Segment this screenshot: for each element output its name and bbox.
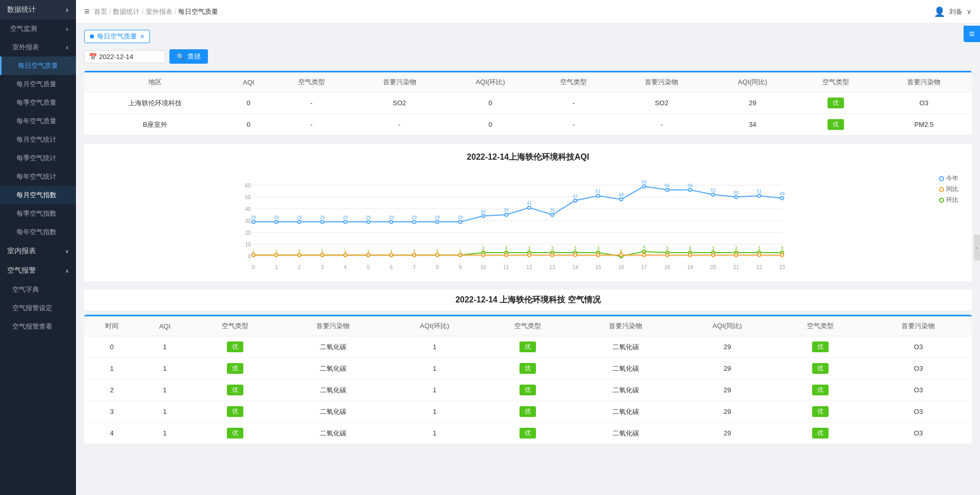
- svg-point-132: [781, 254, 784, 257]
- badge-good: 优: [520, 363, 536, 374]
- sidebar-item-monthly-air-index[interactable]: 每月空气指数: [0, 186, 76, 204]
- detail-table-cell: 优: [190, 379, 280, 401]
- sidebar-section-air-alarm[interactable]: 空气报警 ∧: [0, 261, 76, 280]
- date-input-wrapper[interactable]: 📅: [84, 50, 165, 63]
- detail-table-cell: O3: [865, 336, 972, 358]
- calendar-icon: 📅: [89, 53, 97, 61]
- svg-text:1: 1: [643, 249, 645, 254]
- svg-point-128: [735, 254, 738, 257]
- breadcrumb-outdoor-report[interactable]: 室外报表: [146, 7, 172, 16]
- sidebar-item-monthly-air-quality[interactable]: 每月空气质量: [0, 75, 76, 93]
- tab-close-button[interactable]: ×: [140, 32, 144, 41]
- sidebar-item-alarm-view[interactable]: 空气报警查看: [0, 317, 76, 336]
- detail-table-cell: 二氧化碳: [572, 379, 679, 401]
- sidebar-item-yearly-air-stats[interactable]: 每年空气统计: [0, 167, 76, 186]
- svg-text:34: 34: [481, 209, 486, 214]
- sidebar-item-yearly-air-quality[interactable]: 每年空气质量: [0, 112, 76, 130]
- svg-text:56: 56: [665, 183, 670, 188]
- detail-table-cell: 3: [84, 401, 140, 423]
- active-tab[interactable]: 每日空气质量 ×: [84, 30, 150, 43]
- sidebar: 数据统计 ∧ 空气监测 ∧ 室外报表 ∧ 每日空气质量 每月空气质量 每季空气质…: [0, 0, 76, 495]
- tab-label: 每日空气质量: [97, 32, 137, 41]
- detail-table-cell: 1: [140, 336, 190, 358]
- svg-text:1: 1: [758, 249, 760, 254]
- sidebar-item-air-monitor[interactable]: 空气监测 ∧: [0, 20, 76, 38]
- detail-table-cell: O3: [865, 401, 972, 423]
- svg-text:51: 51: [757, 188, 762, 194]
- svg-text:1: 1: [275, 249, 278, 254]
- top-right-icon[interactable]: ≡: [964, 26, 980, 42]
- detail-table-cell: 优: [190, 401, 280, 423]
- tab-dot: [90, 34, 94, 39]
- sidebar-section-indoor-report[interactable]: 室内报表 ∨: [0, 241, 76, 261]
- sidebar-item-air-dictionary[interactable]: 空气字典: [0, 280, 76, 299]
- detail-table-cell: 二氧化碳: [572, 336, 679, 358]
- sidebar-item-yearly-air-index[interactable]: 每年空气指数: [0, 223, 76, 241]
- detail-table-cell: 1: [140, 379, 190, 401]
- sidebar-section-data-stats[interactable]: 数据统计 ∧: [0, 0, 76, 20]
- svg-point-98: [390, 254, 393, 257]
- chevron-icon: ∧: [65, 45, 69, 50]
- col-header-air-type-3: 空气类型: [796, 72, 876, 92]
- chart-section: 2022-12-14上海轶伦环境科技AQI 010203040506001234…: [84, 144, 972, 281]
- svg-text:1: 1: [712, 249, 715, 254]
- aqi-chart-svg: 0102030405060012345678910111213141516171…: [92, 169, 964, 272]
- detail-table-cell: 4: [84, 423, 140, 444]
- detail-table-cell: 优: [775, 379, 865, 401]
- breadcrumb-home[interactable]: 首页: [94, 7, 107, 16]
- sidebar-item-seasonal-air-index[interactable]: 每季空气指数: [0, 204, 76, 223]
- sidebar-section-label: 室内报表: [7, 246, 36, 256]
- summary-table-cell: 0: [226, 114, 271, 136]
- summary-table-cell: PM2.5: [876, 114, 972, 136]
- collapse-handle[interactable]: ‹: [974, 235, 980, 260]
- summary-table-cell: -: [271, 92, 351, 114]
- date-input[interactable]: [99, 53, 161, 61]
- search-button[interactable]: 🔍 查拯: [169, 49, 208, 64]
- svg-text:60: 60: [245, 183, 251, 188]
- sidebar-section-label: 数据统计: [7, 5, 36, 14]
- badge-good: 优: [812, 341, 829, 352]
- svg-text:29: 29: [320, 215, 325, 220]
- svg-text:15: 15: [595, 264, 602, 270]
- svg-point-130: [758, 254, 761, 257]
- svg-text:4: 4: [344, 264, 347, 270]
- user-avatar-icon: 👤: [934, 6, 945, 17]
- svg-text:13: 13: [549, 264, 555, 270]
- sidebar-item-daily-air-quality[interactable]: 每日空气质量: [0, 56, 76, 75]
- svg-point-168: [643, 185, 646, 188]
- svg-text:1: 1: [689, 249, 691, 254]
- breadcrumb-data-stats[interactable]: 数据统计: [113, 7, 140, 16]
- svg-point-176: [735, 196, 738, 199]
- svg-text:29: 29: [251, 215, 256, 220]
- detail-col-air-type-3: 空气类型: [775, 316, 865, 336]
- dropdown-icon[interactable]: ∨: [967, 8, 972, 15]
- svg-text:22: 22: [756, 264, 762, 270]
- topbar-right: 👤 刘备 ∨: [934, 6, 972, 17]
- sidebar-item-seasonal-air-stats[interactable]: 每季空气统计: [0, 149, 76, 167]
- svg-text:1: 1: [321, 249, 323, 254]
- badge-good: 优: [227, 363, 243, 374]
- detail-table-cell: O3: [865, 379, 972, 401]
- svg-text:29: 29: [458, 215, 463, 220]
- detail-table-cell: 优: [775, 336, 865, 358]
- svg-text:29: 29: [389, 215, 394, 220]
- detail-table-cell: 二氧化碳: [280, 336, 387, 358]
- svg-point-126: [712, 254, 715, 257]
- sidebar-item-seasonal-air-quality[interactable]: 每季空气质量: [0, 93, 76, 112]
- chevron-up-icon: ∧: [65, 7, 69, 13]
- badge-good: 优: [828, 98, 844, 108]
- detail-table-cell: 优: [775, 401, 865, 423]
- svg-point-180: [781, 197, 784, 200]
- svg-text:6: 6: [390, 264, 393, 270]
- detail-col-pollutant-3: 首要污染物: [865, 316, 972, 336]
- svg-text:14: 14: [572, 264, 579, 270]
- sidebar-item-outdoor-report[interactable]: 室外报表 ∧: [0, 38, 76, 56]
- detail-col-pollutant-2: 首要污染物: [572, 316, 679, 336]
- svg-point-140: [321, 220, 324, 223]
- sidebar-item-monthly-air-stats[interactable]: 每月空气统计: [0, 130, 76, 149]
- svg-text:40: 40: [245, 206, 251, 212]
- sidebar-item-alarm-settings[interactable]: 空气报警设定: [0, 299, 76, 317]
- badge-good: 优: [520, 385, 536, 395]
- main-area: ≡ 首页 / 数据统计 / 室外报表 / 每日空气质量 👤 刘备 ∨ 每日空气质…: [76, 0, 980, 495]
- hamburger-icon[interactable]: ≡: [84, 6, 90, 17]
